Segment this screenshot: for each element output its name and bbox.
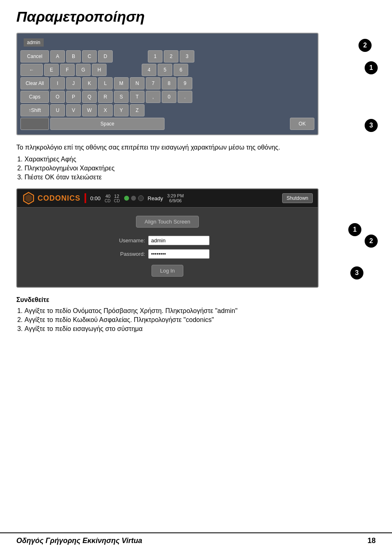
codonics-header: CODONICS 0:00 40 12 CD CD Ready 3:29 <box>17 189 318 208</box>
align-touch-button[interactable]: Align Touch Screen <box>136 216 199 228</box>
key-8[interactable]: 8 <box>162 77 176 89</box>
backspace-key[interactable]: ← <box>20 64 43 76</box>
clearall-key[interactable]: Clear All <box>20 77 49 89</box>
codonics-hex-icon <box>22 192 35 205</box>
password-input[interactable] <box>148 249 209 259</box>
keyboard-description: Το πληκρολόγιο επί της οθόνης σας επιτρέ… <box>16 143 376 152</box>
key-i[interactable]: I <box>50 77 65 89</box>
space-key[interactable]: Space <box>50 118 165 130</box>
login-button[interactable]: Log In <box>151 265 183 277</box>
key-5[interactable]: 5 <box>158 64 172 76</box>
codonics-list: Αγγίξτε το πεδίο Ονόματος Πρόσβασης Χρήσ… <box>24 307 376 333</box>
shutdown-button[interactable]: Shutdown <box>282 193 313 203</box>
dot-gray <box>131 196 136 201</box>
key-c[interactable]: C <box>82 50 97 63</box>
key-b[interactable]: B <box>66 50 81 63</box>
key-v[interactable]: V <box>66 104 81 116</box>
key-a[interactable]: A <box>50 50 65 63</box>
keyboard-list-item-2: Πληκτρολογημένοι Χαρακτήρες <box>24 165 376 172</box>
callout-number-2: 2 <box>359 39 372 52</box>
codonics-callout-2: 2 <box>365 235 378 248</box>
key-m[interactable]: M <box>114 77 129 89</box>
extra-key[interactable] <box>20 118 49 130</box>
status-timer: 0:00 <box>90 195 100 201</box>
codonics-body: Align Touch Screen Username: Password: L… <box>17 208 318 287</box>
key-d[interactable]: D <box>98 50 113 63</box>
ok-key[interactable]: OK <box>290 118 314 130</box>
codonics-list-item-2: Αγγίξτε το πεδίο Κωδικού Ασφαλείας. Πληκ… <box>24 316 376 324</box>
dot-green <box>124 196 129 201</box>
username-label: Username: <box>114 237 145 244</box>
keyboard-list-item-1: Χαρακτήρες Αφής <box>24 156 376 163</box>
key-9[interactable]: 9 <box>178 77 192 89</box>
caps-key[interactable]: Caps <box>20 91 49 103</box>
disc-numbers-top: 40 12 <box>105 194 119 199</box>
key-y[interactable]: Y <box>114 104 129 116</box>
key-comma[interactable]: , <box>146 91 160 103</box>
kbd-row-2: ← E F G H 4 5 6 <box>20 64 314 76</box>
key-2[interactable]: 2 <box>164 50 178 63</box>
key-n[interactable]: N <box>130 77 145 89</box>
shift-key[interactable]: ↑Shift <box>20 104 49 116</box>
codonics-callout-1: 1 <box>348 223 361 236</box>
kbd-row-6: Space OK <box>20 118 314 130</box>
key-w[interactable]: W <box>82 104 97 116</box>
kbd-row-3: Clear All I J K L M N 7 8 9 <box>20 77 314 89</box>
codonics-list-item-1: Αγγίξτε το πεδίο Ονόματος Πρόσβασης Χρήσ… <box>24 307 376 315</box>
key-f[interactable]: F <box>60 64 75 76</box>
key-e[interactable]: E <box>44 64 59 76</box>
callout-number-3: 3 <box>365 119 378 132</box>
key-j[interactable]: J <box>66 77 81 89</box>
key-t[interactable]: T <box>130 91 145 103</box>
key-6[interactable]: 6 <box>174 64 188 76</box>
status-datetime: 3:29 PM 6/9/06 <box>167 193 184 203</box>
codonics-ui: CODONICS 0:00 40 12 CD CD Ready 3:29 <box>16 188 318 288</box>
username-input[interactable] <box>148 236 209 245</box>
key-r[interactable]: R <box>98 91 113 103</box>
username-row: Username: <box>114 236 220 245</box>
key-period[interactable]: . <box>178 91 192 103</box>
key-z[interactable]: Z <box>130 104 145 116</box>
kbd-row-4: Caps O P Q R S T , 0 . <box>20 91 314 103</box>
dot-dark <box>138 195 144 201</box>
codonics-callout-3: 3 <box>350 266 363 279</box>
keyboard-ui: admin Cancel A B C D 1 2 3 ← E F G H 4 5… <box>16 33 318 135</box>
key-3[interactable]: 3 <box>180 50 194 63</box>
key-l[interactable]: L <box>98 77 113 89</box>
key-h[interactable]: H <box>92 64 107 76</box>
keyboard-section: admin Cancel A B C D 1 2 3 ← E F G H 4 5… <box>16 33 376 135</box>
callout-number-1: 1 <box>365 61 378 74</box>
password-row: Password: <box>114 249 220 259</box>
key-x[interactable]: X <box>98 104 113 116</box>
disc-labels-bottom: CD CD <box>105 199 120 203</box>
codonics-brand-name: CODONICS <box>38 194 80 203</box>
footer-title: Οδηγός Γρήγορης Εκκίνησης Virtua <box>16 537 142 545</box>
page-title: Παραμετροποίηση <box>16 8 376 25</box>
key-q[interactable]: Q <box>82 91 97 103</box>
keyboard-list: Χαρακτήρες Αφής Πληκτρολογημένοι Χαρακτή… <box>24 156 376 181</box>
key-k[interactable]: K <box>82 77 97 89</box>
key-4[interactable]: 4 <box>142 64 156 76</box>
status-red-bar <box>85 193 86 203</box>
codonics-list-item-3: Αγγίξτε το πεδίο εισαγωγής στο σύστημα <box>24 325 376 333</box>
key-0[interactable]: 0 <box>162 91 176 103</box>
key-s[interactable]: S <box>114 91 129 103</box>
password-label: Password: <box>114 251 145 257</box>
login-form: Username: Password: Log In <box>114 236 220 277</box>
status-ready-text: Ready <box>148 195 163 201</box>
key-p[interactable]: P <box>66 91 81 103</box>
codonics-title-text: Συνδεθείτε <box>16 295 376 305</box>
svg-marker-1 <box>25 194 32 202</box>
codonics-logo: CODONICS <box>22 192 80 205</box>
key-o[interactable]: O <box>50 91 65 103</box>
key-1[interactable]: 1 <box>148 50 163 63</box>
kbd-row-5: ↑Shift U V W X Y Z <box>20 104 314 116</box>
key-u[interactable]: U <box>50 104 65 116</box>
key-g[interactable]: G <box>76 64 91 76</box>
footer-page: 18 <box>368 537 376 545</box>
cancel-key[interactable]: Cancel <box>20 50 49 63</box>
codonics-section: CODONICS 0:00 40 12 CD CD Ready 3:29 <box>16 188 376 288</box>
key-7[interactable]: 7 <box>146 77 160 89</box>
disc-info: 40 12 CD CD <box>105 194 120 203</box>
status-dots <box>124 195 144 201</box>
